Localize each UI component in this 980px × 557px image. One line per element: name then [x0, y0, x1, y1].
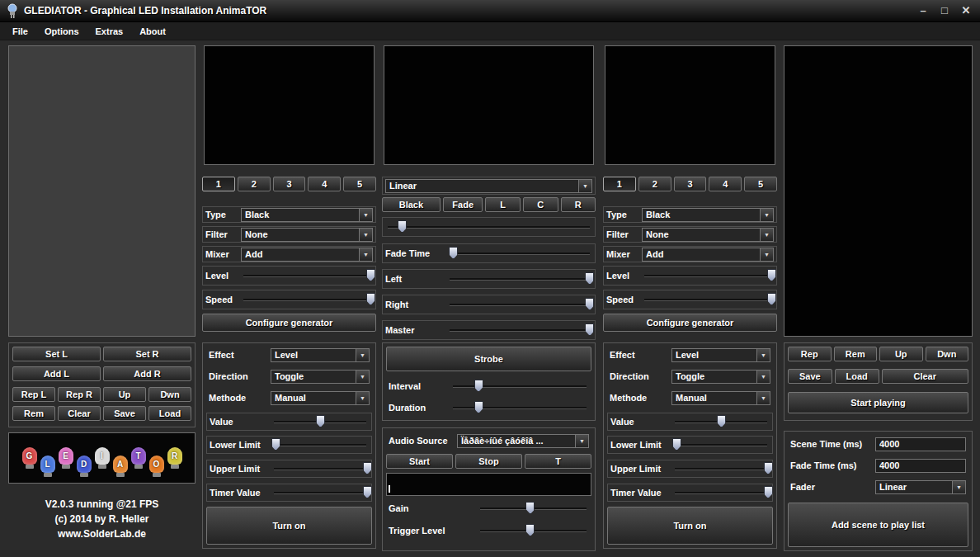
clear-button[interactable]: Clear [58, 406, 101, 421]
slider-thumb[interactable] [717, 415, 726, 427]
save-button[interactable]: Save [788, 369, 832, 384]
timer-value-slider[interactable] [672, 485, 770, 500]
save-button[interactable]: Save [103, 406, 146, 421]
value-slider[interactable] [672, 414, 770, 429]
type-select[interactable]: Black ▼ [241, 208, 373, 222]
slider-thumb[interactable] [525, 524, 535, 536]
slider-thumb[interactable] [449, 247, 458, 259]
value-slider[interactable] [271, 414, 369, 429]
close-button[interactable]: ✕ [959, 4, 973, 17]
page-button-4[interactable]: 4 [709, 177, 742, 191]
page-button-1[interactable]: 1 [202, 177, 235, 191]
slider-thumb[interactable] [585, 298, 594, 310]
direction-select[interactable]: Toggle ▼ [671, 370, 770, 384]
start-playing-button[interactable]: Start playing [788, 392, 968, 413]
slider-thumb[interactable] [363, 486, 372, 498]
turn-on-button[interactable]: Turn on [607, 507, 773, 545]
timer-value-slider[interactable] [271, 485, 369, 500]
methode-select[interactable]: Manual ▼ [671, 391, 770, 405]
strobe-button[interactable]: Strobe [386, 347, 591, 371]
slider-thumb[interactable] [366, 293, 375, 305]
page-button-5[interactable]: 5 [343, 177, 376, 191]
slider-thumb[interactable] [271, 438, 280, 451]
slider-thumb[interactable] [767, 293, 776, 305]
master-level-slider[interactable] [447, 323, 592, 338]
level-slider[interactable] [642, 268, 774, 283]
interval-slider[interactable] [450, 379, 589, 394]
clear-button[interactable]: Clear [882, 369, 969, 384]
left-button[interactable]: L [485, 197, 521, 212]
center-button[interactable]: C [523, 197, 558, 212]
slider-thumb[interactable] [474, 401, 483, 413]
speed-slider[interactable] [241, 292, 373, 307]
page-button-5[interactable]: 5 [744, 177, 777, 191]
dwn-button[interactable]: Dwn [926, 347, 969, 361]
load-button[interactable]: Load [835, 369, 879, 384]
load-button[interactable]: Load [148, 406, 191, 421]
methode-select[interactable]: Manual ▼ [271, 391, 370, 405]
audio-t-button[interactable]: T [525, 454, 591, 469]
menu-options[interactable]: Options [37, 24, 87, 39]
trigger-level-slider[interactable] [478, 523, 589, 538]
audio-start-button[interactable]: Start [386, 454, 453, 469]
type-select[interactable]: Black ▼ [642, 208, 774, 222]
gain-slider[interactable] [478, 501, 589, 516]
fade-button[interactable]: Fade [443, 197, 483, 212]
fade-time-input[interactable] [875, 459, 966, 473]
slider-thumb[interactable] [585, 272, 594, 285]
slider-thumb[interactable] [525, 502, 535, 514]
page-button-1[interactable]: 1 [603, 177, 636, 191]
slider-thumb[interactable] [398, 220, 407, 233]
black-button[interactable]: Black [382, 197, 441, 212]
effect-select[interactable]: Level ▼ [671, 348, 770, 362]
page-button-3[interactable]: 3 [273, 177, 306, 191]
rep-button[interactable]: Rep [788, 347, 832, 361]
add-scene-button[interactable]: Add scene to play list [788, 503, 968, 547]
rep-r-button[interactable]: Rep R [58, 387, 101, 402]
slider-thumb[interactable] [672, 438, 681, 451]
configure-generator-button[interactable]: Configure generator [202, 314, 376, 332]
speed-slider[interactable] [642, 292, 774, 307]
duration-slider[interactable] [450, 400, 589, 415]
rem-button[interactable]: Rem [12, 406, 55, 421]
menu-file[interactable]: File [5, 24, 35, 39]
mixer-select[interactable]: Add ▼ [642, 248, 774, 262]
fader-mode-select[interactable]: Linear ▼ [385, 179, 592, 193]
upper-limit-slider[interactable] [271, 461, 369, 476]
left-level-slider[interactable] [447, 271, 592, 286]
scene-time-input[interactable] [875, 437, 966, 451]
configure-generator-button[interactable]: Configure generator [603, 314, 777, 332]
slider-thumb[interactable] [474, 380, 483, 392]
mixer-select[interactable]: Add ▼ [241, 248, 373, 262]
add-l-button[interactable]: Add L [12, 366, 101, 381]
rem-button[interactable]: Rem [834, 347, 878, 361]
slider-thumb[interactable] [363, 462, 372, 474]
set-r-button[interactable]: Set R [103, 347, 191, 361]
menu-extras[interactable]: Extras [88, 24, 131, 39]
fade-time-slider[interactable] [447, 246, 592, 261]
slider-thumb[interactable] [366, 269, 375, 281]
rep-l-button[interactable]: Rep L [12, 387, 55, 402]
up-button[interactable]: Up [879, 347, 923, 361]
up-button[interactable]: Up [103, 387, 146, 402]
menu-about[interactable]: About [132, 24, 173, 39]
level-slider[interactable] [241, 268, 373, 283]
page-button-2[interactable]: 2 [238, 177, 271, 191]
audio-stop-button[interactable]: Stop [455, 454, 522, 469]
slider-thumb[interactable] [767, 269, 776, 281]
filter-select[interactable]: None ▼ [241, 228, 373, 242]
right-level-slider[interactable] [447, 297, 592, 312]
turn-on-button[interactable]: Turn on [206, 507, 372, 545]
fader-select[interactable]: Linear ▼ [875, 480, 966, 494]
page-button-2[interactable]: 2 [638, 177, 671, 191]
minimize-button[interactable]: – [916, 4, 931, 17]
crossfade-slider[interactable] [385, 219, 592, 234]
audio-source-select[interactable]: Ïåðâè÷íûé çâóêîâ ... ▼ [457, 434, 589, 448]
lower-limit-slider[interactable] [271, 437, 369, 452]
add-r-button[interactable]: Add R [103, 366, 191, 381]
slider-thumb[interactable] [764, 486, 773, 498]
slider-thumb[interactable] [316, 415, 325, 427]
dwn-button[interactable]: Dwn [148, 387, 191, 402]
slider-thumb[interactable] [585, 323, 594, 336]
maximize-button[interactable]: □ [937, 4, 952, 17]
